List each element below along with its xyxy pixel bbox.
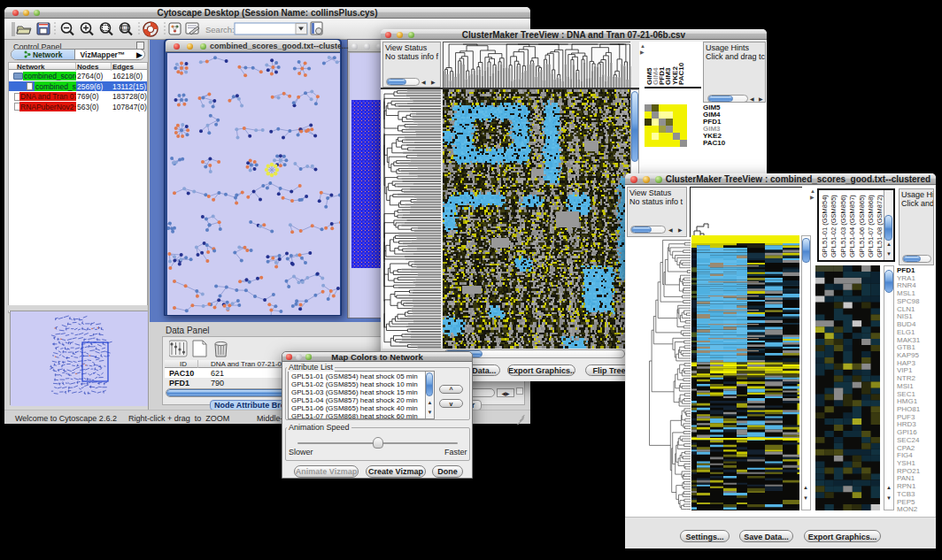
svg-text:Search:: Search: <box>205 25 235 35</box>
svg-text:1:1: 1:1 <box>122 26 127 30</box>
